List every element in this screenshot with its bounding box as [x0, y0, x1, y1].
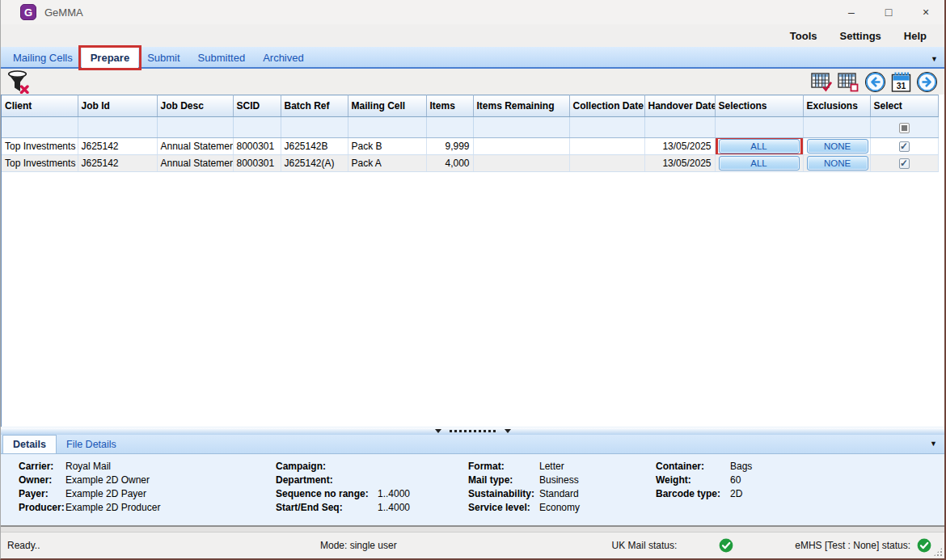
minimize-button[interactable]: –	[833, 0, 870, 24]
selections-all-button[interactable]: ALL	[719, 139, 800, 154]
field-label: Sustainability:	[468, 488, 539, 499]
field-value: Royal Mail	[65, 461, 111, 472]
panel-splitter[interactable]	[1, 427, 944, 435]
col-header-items-remaining[interactable]: Items Remaining	[473, 95, 569, 117]
col-header-batch-ref[interactable]: Batch Ref	[281, 95, 348, 117]
splitter-collapse-icon	[505, 429, 511, 433]
field-label: Sequence no range:	[276, 488, 378, 499]
details-panel: Carrier:Royal Mail Owner:Example 2D Owne…	[1, 454, 944, 527]
grid-select-all-icon[interactable]	[811, 71, 833, 93]
close-button[interactable]: ×	[907, 0, 944, 24]
grid-row[interactable]: Top Investments ... J625142 Annual State…	[2, 138, 938, 155]
filter-cell[interactable]	[348, 117, 426, 138]
col-header-mailing-cell[interactable]: Mailing Cell	[348, 95, 426, 117]
select-all-checkbox[interactable]	[899, 123, 910, 133]
col-header-handover-date[interactable]: Handover Date	[644, 95, 715, 117]
field-value: Business	[539, 474, 579, 486]
calendar-icon[interactable]: 31	[891, 71, 911, 93]
back-arrow-icon[interactable]	[864, 71, 886, 93]
cell-mailing-cell: Pack A	[348, 155, 426, 172]
tab-overflow-chevron-icon[interactable]	[931, 50, 938, 65]
field-label: Weight:	[656, 474, 730, 486]
cell-select	[870, 155, 938, 172]
tab-mailing-cells[interactable]: Mailing Cells	[4, 47, 82, 69]
col-header-select[interactable]: Select	[870, 95, 938, 117]
filter-cell[interactable]	[644, 117, 715, 138]
tab-prepare[interactable]: Prepare	[82, 47, 138, 69]
details-column-container: Container:Bags Weight:60 Barcode type:2D	[656, 461, 752, 502]
cell-items-remaining	[473, 155, 569, 172]
filter-cell[interactable]	[715, 117, 803, 138]
clear-filter-icon[interactable]	[7, 70, 29, 94]
splitter-collapse-icon	[435, 429, 441, 433]
field-value: Example 2D Payer	[65, 488, 146, 499]
selections-all-button[interactable]: ALL	[719, 156, 800, 171]
col-header-job-id[interactable]: Job Id	[78, 95, 157, 117]
app-logo-icon: G	[20, 4, 36, 20]
tab-archived[interactable]: Archived	[254, 47, 313, 69]
exclusions-none-button[interactable]: NONE	[807, 139, 868, 154]
col-header-items[interactable]: Items	[426, 95, 473, 117]
field-value: Economy	[539, 502, 580, 513]
col-header-client[interactable]: Client	[2, 95, 78, 117]
filter-cell[interactable]	[803, 117, 870, 138]
filter-cell-select[interactable]	[870, 117, 938, 138]
field-value: Example 2D Owner	[65, 474, 150, 486]
menu-settings[interactable]: Settings	[829, 30, 893, 42]
filter-cell[interactable]	[473, 117, 569, 138]
menu-tools[interactable]: Tools	[779, 30, 829, 42]
tab-submit[interactable]: Submit	[138, 47, 188, 69]
col-header-selections[interactable]: Selections	[715, 95, 803, 117]
cell-collection-date	[569, 155, 644, 172]
details-overflow-chevron-icon[interactable]	[930, 435, 937, 449]
field-label: Payer:	[19, 488, 65, 499]
cell-select	[870, 138, 938, 155]
svg-text:31: 31	[897, 80, 906, 90]
row-select-checkbox[interactable]	[899, 158, 910, 169]
field-value: Standard	[539, 488, 579, 499]
tab-submitted[interactable]: Submitted	[189, 47, 255, 69]
field-value: 60	[730, 474, 741, 486]
emhs-status-ok-icon	[917, 538, 931, 553]
tab-file-details[interactable]: File Details	[57, 435, 126, 453]
cell-batch-ref: J625142(A)	[281, 155, 348, 172]
grid-deselect-icon[interactable]	[838, 71, 859, 93]
field-value: Bags	[730, 461, 752, 472]
grid-header-row: Client Job Id Job Desc SCID Batch Ref Ma…	[2, 95, 938, 117]
exclusions-none-button[interactable]: NONE	[807, 156, 868, 171]
filter-cell[interactable]	[233, 117, 281, 138]
tab-details[interactable]: Details	[2, 435, 57, 453]
col-header-collection-date[interactable]: Collection Date	[569, 95, 644, 117]
cell-items-remaining	[473, 138, 569, 155]
field-label: Owner:	[19, 474, 65, 486]
filter-cell[interactable]	[281, 117, 348, 138]
filter-cell[interactable]	[569, 117, 644, 138]
field-label: Service level:	[468, 502, 539, 513]
row-select-checkbox[interactable]	[899, 141, 910, 152]
menubar: Tools Settings Help	[1, 24, 944, 47]
filter-cell[interactable]	[78, 117, 157, 138]
grid-row[interactable]: Top Investments ... J625142 Annual State…	[2, 155, 938, 172]
cell-mailing-cell: Pack B	[348, 138, 426, 155]
toolbar: 31	[1, 69, 944, 95]
cell-job-desc: Annual Statements	[157, 155, 233, 172]
col-header-scid[interactable]: SCID	[233, 95, 281, 117]
filter-cell[interactable]	[157, 117, 233, 138]
menu-help[interactable]: Help	[893, 30, 938, 42]
filter-cell[interactable]	[2, 117, 78, 138]
forward-arrow-icon[interactable]	[916, 71, 938, 93]
cell-job-id: J625142	[78, 138, 157, 155]
cell-selections: ALL	[715, 138, 803, 155]
main-tabstrip: Mailing Cells Prepare Submit Submitted A…	[1, 47, 944, 69]
resize-grip[interactable]	[933, 547, 943, 557]
filter-cell[interactable]	[426, 117, 473, 138]
col-header-exclusions[interactable]: Exclusions	[803, 95, 870, 117]
details-column-campaign: Campaign: Department: Sequence no range:…	[276, 461, 410, 516]
mailing-grid: Client Job Id Job Desc SCID Batch Ref Ma…	[1, 95, 944, 427]
cell-client: Top Investments ...	[2, 155, 78, 172]
cell-scid: 8000301	[233, 138, 281, 155]
col-header-job-desc[interactable]: Job Desc	[157, 95, 233, 117]
maximize-button[interactable]: □	[870, 0, 907, 24]
details-column-format: Format:Letter Mail type:Business Sustain…	[468, 461, 580, 516]
grid-filter-row	[2, 117, 938, 138]
